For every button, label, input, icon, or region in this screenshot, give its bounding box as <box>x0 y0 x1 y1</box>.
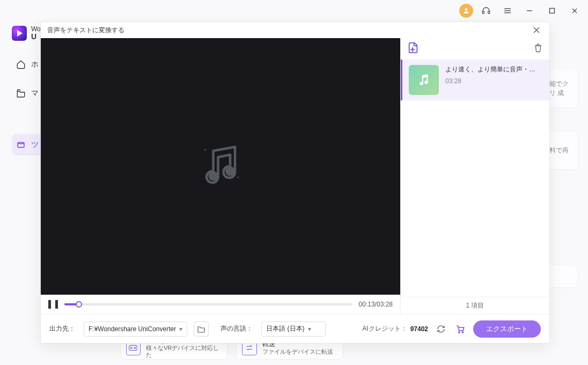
window-minimize-button[interactable] <box>520 3 539 19</box>
lang-label: 声の言語： <box>220 324 253 333</box>
svg-point-13 <box>134 347 136 349</box>
credit-value: 97402 <box>410 325 428 333</box>
music-note-icon <box>196 141 245 192</box>
svg-point-12 <box>131 347 133 349</box>
file-name: より速く、より簡単に音声・… <box>445 65 535 74</box>
svg-point-0 <box>465 8 468 11</box>
delete-button[interactable] <box>533 43 543 55</box>
language-select[interactable]: 日本語 (日本) ▾ <box>261 322 326 337</box>
hamburger-icon[interactable] <box>499 2 516 19</box>
pause-button[interactable] <box>48 300 58 309</box>
progress-slider[interactable] <box>64 303 352 305</box>
cart-icon[interactable] <box>454 323 467 335</box>
output-path-select[interactable]: F:¥Wondershare UniConverter ▾ <box>84 322 187 337</box>
credit-label: AIクレジット： <box>362 324 407 333</box>
sidebar-item-label: ツ <box>31 140 39 150</box>
bg-card: 料で再 <box>545 132 577 169</box>
add-file-button[interactable] <box>407 42 419 56</box>
modal-title: 音声をテキストに変換する <box>47 26 124 35</box>
stt-modal: 音声をテキストに変換する <box>40 21 550 344</box>
headset-icon[interactable] <box>477 2 495 19</box>
tile-subtitle: ファイルをデバイスに転送 <box>262 348 333 355</box>
chevron-down-icon: ▾ <box>308 325 311 333</box>
svg-point-21 <box>462 331 463 332</box>
svg-point-19 <box>237 177 239 178</box>
chevron-down-icon: ▾ <box>179 325 182 333</box>
file-count: 1 項目 <box>401 297 549 314</box>
output-label: 出力先： <box>49 324 75 333</box>
app-name: Wo U <box>31 26 41 41</box>
export-button[interactable]: エクスポート <box>473 320 541 338</box>
preview-area <box>41 38 400 295</box>
refresh-icon[interactable] <box>435 323 447 335</box>
svg-point-20 <box>459 331 460 332</box>
svg-point-16 <box>209 171 218 181</box>
svg-rect-1 <box>482 11 484 14</box>
close-icon[interactable] <box>530 24 543 36</box>
bg-card: 能でクリ 成 <box>545 70 577 107</box>
svg-rect-7 <box>550 9 555 13</box>
app-logo <box>12 26 27 41</box>
audio-thumb-icon <box>409 65 439 95</box>
playback-time: 00:13/03:28 <box>359 301 393 308</box>
svg-point-17 <box>225 166 235 176</box>
svg-rect-10 <box>18 143 24 148</box>
bg-card <box>545 266 577 287</box>
window-maximize-button[interactable] <box>543 3 561 19</box>
output-path-value: F:¥Wondershare UniConverter <box>89 325 176 333</box>
file-duration: 03:28 <box>445 77 535 85</box>
svg-rect-2 <box>488 11 490 14</box>
sidebar-item-label: マ <box>31 89 39 98</box>
user-avatar[interactable] <box>459 4 473 18</box>
file-item[interactable]: より速く、より簡単に音声・… 03:28 <box>401 60 549 100</box>
language-value: 日本語 (日本) <box>266 324 304 333</box>
svg-point-18 <box>204 149 206 151</box>
tile-subtitle: 様々なVRデバイスに対応した <box>146 345 222 359</box>
open-folder-button[interactable] <box>194 322 209 337</box>
sidebar-item-label: ホ <box>31 60 39 69</box>
window-close-button[interactable] <box>565 3 584 19</box>
